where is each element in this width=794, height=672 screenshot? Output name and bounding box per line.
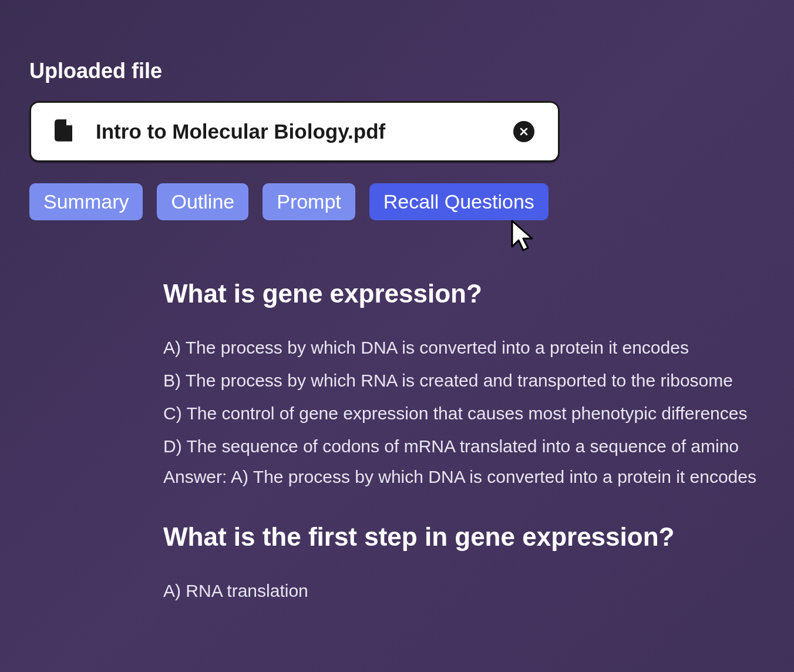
cursor-icon xyxy=(510,219,536,254)
uploaded-file-label: Uploaded file xyxy=(29,59,765,83)
question-option: B) The process by which RNA is created a… xyxy=(163,368,765,393)
question-block: What is gene expression? A) The process … xyxy=(163,279,765,487)
question-answer: Answer: A) The process by which DNA is c… xyxy=(163,467,765,487)
question-title: What is gene expression? xyxy=(163,279,765,308)
question-option: A) RNA translation xyxy=(163,579,765,603)
file-pill: Intro to Molecular Biology.pdf xyxy=(29,101,560,162)
file-icon xyxy=(55,119,72,144)
question-block: What is the first step in gene expressio… xyxy=(163,522,765,603)
question-option: A) The process by which DNA is converted… xyxy=(163,335,765,360)
tab-recall-questions[interactable]: Recall Questions xyxy=(369,183,549,220)
question-option: D) The sequence of codons of mRNA transl… xyxy=(163,434,765,459)
tab-outline[interactable]: Outline xyxy=(157,183,248,220)
tab-prompt[interactable]: Prompt xyxy=(263,183,355,220)
question-title: What is the first step in gene expressio… xyxy=(163,522,765,552)
tabs-row: Summary Outline Prompt Recall Questions xyxy=(29,183,765,220)
question-option: C) The control of gene expression that c… xyxy=(163,401,765,426)
file-name: Intro to Molecular Biology.pdf xyxy=(96,120,490,143)
remove-file-button[interactable] xyxy=(513,121,534,142)
tab-summary[interactable]: Summary xyxy=(29,183,143,220)
content-area: What is gene expression? A) The process … xyxy=(163,279,765,603)
close-icon xyxy=(519,127,529,136)
